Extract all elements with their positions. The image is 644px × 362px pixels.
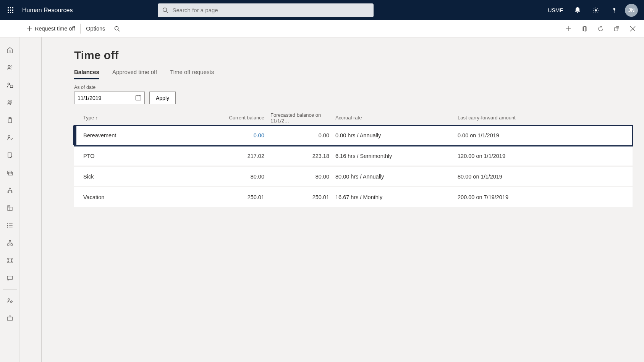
asof-date-input[interactable]	[74, 92, 145, 104]
top-right-controls: USMF JN	[544, 3, 641, 18]
svg-rect-26	[10, 85, 13, 88]
cell-type: Sick	[80, 174, 218, 180]
options-label: Options	[86, 26, 105, 32]
col-type-label: Type	[83, 115, 94, 121]
nav-sitemap-icon[interactable]	[1, 252, 19, 269]
popout-icon[interactable]	[609, 21, 624, 36]
col-type[interactable]: Type ↑	[80, 115, 218, 121]
cell-type: Bereavement	[80, 132, 218, 138]
legal-entity-picker[interactable]: USMF	[544, 7, 567, 13]
svg-rect-33	[7, 171, 11, 174]
content-area: Time off Balances Approved time off Time…	[20, 37, 644, 362]
nav-doc-arrow-icon[interactable]	[1, 146, 19, 164]
svg-point-51	[7, 258, 9, 260]
svg-rect-6	[8, 12, 9, 13]
nav-person-check-icon[interactable]	[1, 129, 19, 146]
col-forecasted-balance[interactable]: Forecasted balance on 11/1/2…	[267, 112, 332, 124]
action-search-icon[interactable]	[110, 20, 124, 37]
cell-accrual-rate: 80.00 hrs / Annually	[332, 174, 455, 180]
svg-point-35	[9, 188, 10, 189]
col-carry-forward[interactable]: Last carry-forward amount	[455, 115, 630, 121]
svg-point-46	[7, 225, 8, 226]
nav-people-icon[interactable]	[1, 59, 19, 76]
svg-point-28	[10, 101, 12, 103]
svg-point-54	[11, 262, 12, 263]
svg-rect-55	[7, 276, 13, 280]
row-selection-stripe	[74, 167, 76, 186]
nav-clipboard-icon[interactable]	[1, 111, 19, 129]
svg-rect-5	[12, 10, 13, 11]
cell-type: PTO	[80, 153, 218, 159]
cell-accrual-rate: 16.67 hrs / Monthly	[332, 194, 455, 200]
cell-accrual-rate: 0.00 hrs / Annually	[332, 132, 455, 138]
svg-rect-58	[136, 95, 141, 100]
nav-team-icon[interactable]	[1, 94, 19, 111]
svg-rect-49	[7, 244, 9, 245]
svg-point-25	[8, 83, 10, 85]
page-title: Time off	[74, 49, 633, 62]
nav-org-icon[interactable]	[1, 234, 19, 252]
svg-line-10	[167, 11, 168, 13]
svg-line-19	[118, 29, 120, 31]
user-avatar[interactable]: JN	[625, 4, 638, 17]
svg-rect-8	[12, 12, 13, 13]
svg-rect-2	[12, 7, 13, 8]
notifications-icon[interactable]	[570, 3, 585, 18]
apply-button[interactable]: Apply	[149, 92, 176, 104]
row-selection-stripe	[73, 125, 76, 145]
settings-icon[interactable]	[588, 3, 604, 18]
svg-point-12	[614, 11, 614, 12]
options-button[interactable]: Options	[81, 20, 110, 37]
svg-point-23	[8, 65, 10, 67]
col-accrual-rate[interactable]: Accrual rate	[332, 115, 455, 121]
nav-briefcase-icon[interactable]	[1, 309, 19, 327]
help-icon[interactable]	[607, 3, 622, 18]
close-icon[interactable]	[625, 21, 640, 36]
nav-list-icon[interactable]	[1, 217, 19, 234]
cell-forecast-balance: 250.01	[267, 194, 332, 200]
svg-rect-48	[9, 240, 11, 242]
nav-home-icon[interactable]	[1, 41, 19, 59]
nav-hierarchy-icon[interactable]	[1, 182, 19, 199]
nav-chat-icon[interactable]	[1, 269, 19, 287]
cell-accrual-rate: 6.16 hrs / Semimonthly	[332, 153, 455, 159]
table-row[interactable]: PTO217.02223.186.16 hrs / Semimonthly120…	[74, 146, 633, 167]
tab-approved-time-off[interactable]: Approved time off	[112, 69, 157, 79]
tab-balances[interactable]: Balances	[74, 69, 99, 79]
nav-cards-icon[interactable]	[1, 164, 19, 182]
calendar-icon[interactable]	[135, 94, 142, 102]
rail-separator	[3, 289, 17, 290]
svg-point-52	[11, 258, 12, 260]
cell-current-balance[interactable]: 0.00	[218, 132, 267, 138]
table-row[interactable]: Vacation250.01250.0116.67 hrs / Monthly2…	[74, 187, 633, 208]
table-row[interactable]: Bereavement0.000.000.00 hrs / Annually0.…	[74, 125, 633, 146]
request-time-off-button[interactable]: Request time off	[21, 20, 80, 37]
refresh-icon[interactable]	[593, 21, 608, 36]
svg-rect-1	[10, 7, 11, 8]
office-icon[interactable]	[577, 21, 592, 36]
svg-point-37	[11, 191, 12, 193]
svg-point-31	[8, 135, 10, 137]
global-search[interactable]	[158, 3, 374, 17]
grid-header-row: Type ↑ Current balance Forecasted balanc…	[74, 110, 633, 125]
balances-grid: Type ↑ Current balance Forecasted balanc…	[74, 110, 633, 208]
app-launcher-icon[interactable]	[3, 3, 18, 18]
col-current-balance[interactable]: Current balance	[218, 115, 267, 121]
svg-rect-4	[10, 10, 11, 11]
svg-point-47	[7, 227, 8, 228]
svg-rect-0	[8, 7, 9, 8]
nav-personnel-icon[interactable]	[1, 76, 19, 94]
search-input[interactable]	[172, 7, 369, 13]
svg-point-45	[7, 224, 8, 224]
cell-current-balance: 217.02	[218, 153, 267, 159]
app-title[interactable]: Human Resources	[22, 7, 73, 14]
table-row[interactable]: Sick80.0080.0080.00 hrs / Annually80.00 …	[74, 167, 633, 187]
nav-person-star-icon[interactable]	[1, 292, 19, 309]
cell-carry-forward: 120.00 on 1/1/2019	[455, 153, 630, 159]
cell-carry-forward: 80.00 on 1/1/2019	[455, 174, 630, 180]
tab-time-off-requests[interactable]: Time off requests	[170, 69, 214, 79]
svg-rect-57	[7, 317, 13, 320]
nav-building-icon[interactable]	[1, 199, 19, 217]
asof-row: Apply	[74, 92, 633, 104]
attachments-icon[interactable]	[561, 21, 576, 36]
